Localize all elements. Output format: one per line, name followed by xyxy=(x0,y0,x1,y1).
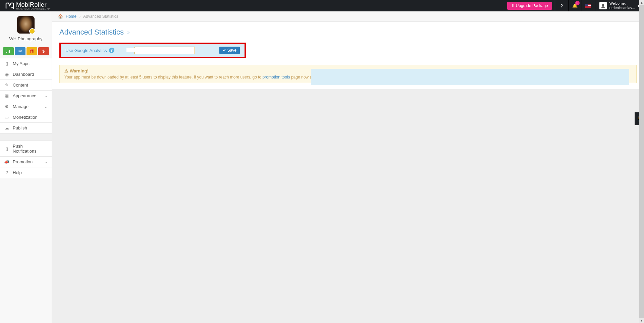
nav-label: Promotion xyxy=(13,159,33,164)
upgrade-label: Upgrade Package xyxy=(516,3,548,8)
gift-icon: 🎁 xyxy=(29,49,34,54)
notif-badge: 5 xyxy=(575,1,580,5)
breadcrumb-current: Advanced Statistics xyxy=(83,14,118,19)
edit-icon: ✎ xyxy=(4,83,9,88)
ga-tracking-id-input[interactable] xyxy=(135,47,195,54)
promotion-tools-link[interactable]: promotion tools xyxy=(263,75,290,79)
help-button[interactable]: ? xyxy=(555,0,568,11)
nav-label: Push Notifications xyxy=(13,144,48,154)
profile-name: WH Photography xyxy=(3,36,49,41)
question-icon: ? xyxy=(4,170,9,175)
grid-icon: ▦ xyxy=(4,93,9,98)
svg-rect-2 xyxy=(6,52,7,53)
warning-icon: ⚠ xyxy=(64,68,68,73)
warning-title-text: Warning! xyxy=(70,68,89,73)
scrollbar[interactable]: ▲ ▼ xyxy=(639,0,644,323)
nav-label: Help xyxy=(13,170,22,175)
main-content: 🏠 Home › Advanced Statistics Advanced St… xyxy=(52,11,644,323)
dollar-icon: $ xyxy=(42,49,45,54)
username: erdenizsanlav... xyxy=(609,6,635,10)
nav-dashboard[interactable]: ◉Dashboard xyxy=(0,69,52,80)
gauge-icon: ◉ xyxy=(4,72,9,77)
nav-label: Publish xyxy=(13,125,27,130)
mail-icon: ✉ xyxy=(18,49,22,54)
nav-monetization[interactable]: ▭Monetization xyxy=(0,112,52,123)
nav-publish[interactable]: ☁Publish xyxy=(0,123,52,133)
sidebar: WH Photography ✉ 🎁 $ ▯My Apps ◉Dashboard… xyxy=(0,11,52,323)
avatar xyxy=(599,2,607,9)
topbar: MobiRoller MAKE YOUR OWN MOBILE APP ⬆ Up… xyxy=(0,0,644,11)
mail-button[interactable]: ✉ xyxy=(15,47,25,55)
stats-button[interactable] xyxy=(3,47,14,55)
bars-icon xyxy=(6,49,11,53)
mobile-icon: ▯ xyxy=(4,61,9,66)
cloud-icon: ☁ xyxy=(4,125,9,130)
nav-promotion[interactable]: 📣Promotion⌄ xyxy=(0,157,52,167)
warning-before: Your app must be downloaded by at least … xyxy=(64,75,263,79)
breadcrumb-separator: › xyxy=(79,14,80,19)
home-icon: 🏠 xyxy=(58,14,63,19)
us-flag-icon xyxy=(585,4,591,8)
question-icon: ? xyxy=(560,3,563,8)
breadcrumb-home[interactable]: Home xyxy=(66,14,76,19)
ga-label-text: Use Google Analytics xyxy=(65,48,107,53)
nav-label: My Apps xyxy=(13,61,30,66)
svg-point-0 xyxy=(11,7,13,8)
gears-icon: ⚙ xyxy=(4,104,9,109)
svg-point-1 xyxy=(602,4,604,6)
logo[interactable]: MobiRoller MAKE YOUR OWN MOBILE APP xyxy=(0,0,57,11)
nav-list: ▯My Apps ◉Dashboard ✎Content ▦Appearance… xyxy=(0,58,52,178)
check-icon: ✔ xyxy=(223,48,226,53)
brand-name: MobiRoller xyxy=(16,1,51,8)
double-chevron-icon: » xyxy=(127,30,130,35)
user-menu[interactable]: Welcome, erdenizsanlav... ▾ xyxy=(595,0,644,11)
google-analytics-panel: Use Google Analytics ? ✔ Save xyxy=(59,43,246,58)
svg-rect-3 xyxy=(8,51,8,53)
nav-appearance[interactable]: ▦Appearance⌄ xyxy=(0,91,52,101)
megaphone-icon: 📣 xyxy=(4,159,9,164)
ga-panel-bg xyxy=(311,69,629,85)
nav-label: Dashboard xyxy=(13,72,34,77)
logo-icon xyxy=(5,2,14,9)
save-label: Save xyxy=(227,48,236,53)
scroll-down-icon[interactable]: ▼ xyxy=(639,318,644,323)
quick-actions: ✉ 🎁 $ xyxy=(0,45,52,58)
nav-label: Content xyxy=(13,83,28,88)
nav-label: Appearance xyxy=(13,93,36,98)
nav-label: Monetization xyxy=(13,115,38,120)
help-tooltip-icon[interactable]: ? xyxy=(109,48,114,53)
brand-tagline: MAKE YOUR OWN MOBILE APP xyxy=(16,8,51,10)
upload-icon: ⬆ xyxy=(511,3,515,8)
profile-section: WH Photography xyxy=(0,11,52,45)
profile-picture[interactable] xyxy=(17,16,35,34)
nav-help[interactable]: ?Help xyxy=(0,167,52,178)
mobile-icon: ▯ xyxy=(4,146,9,151)
chevron-down-icon: ⌄ xyxy=(44,104,48,109)
nav-separator xyxy=(0,133,52,141)
dollar-button[interactable]: $ xyxy=(38,47,49,55)
scrollbar-thumb[interactable] xyxy=(639,5,644,318)
breadcrumb: 🏠 Home › Advanced Statistics xyxy=(52,11,644,22)
scroll-up-icon[interactable]: ▲ xyxy=(639,0,644,5)
chevron-down-icon: ⌄ xyxy=(44,93,48,98)
ga-label: Use Google Analytics ? xyxy=(65,48,114,53)
page-title-text: Advanced Statistics xyxy=(59,28,124,37)
nav-content[interactable]: ✎Content xyxy=(0,80,52,91)
svg-rect-4 xyxy=(9,50,10,53)
welcome-label: Welcome, xyxy=(609,1,635,6)
nav-manage[interactable]: ⚙Manage⌄ xyxy=(0,101,52,112)
chevron-down-icon: ⌄ xyxy=(44,159,48,164)
nav-my-apps[interactable]: ▯My Apps xyxy=(0,58,52,69)
upgrade-package-button[interactable]: ⬆ Upgrade Package xyxy=(507,2,552,10)
nav-label: Manage xyxy=(13,104,29,109)
notifications-button[interactable]: 🔔 5 xyxy=(568,0,582,11)
nav-push[interactable]: ▯Push Notifications xyxy=(0,141,52,157)
language-button[interactable] xyxy=(582,0,595,11)
save-button[interactable]: ✔ Save xyxy=(219,47,240,54)
gift-button[interactable]: 🎁 xyxy=(26,47,37,55)
page-title: Advanced Statistics » xyxy=(59,28,637,37)
money-icon: ▭ xyxy=(4,115,9,120)
